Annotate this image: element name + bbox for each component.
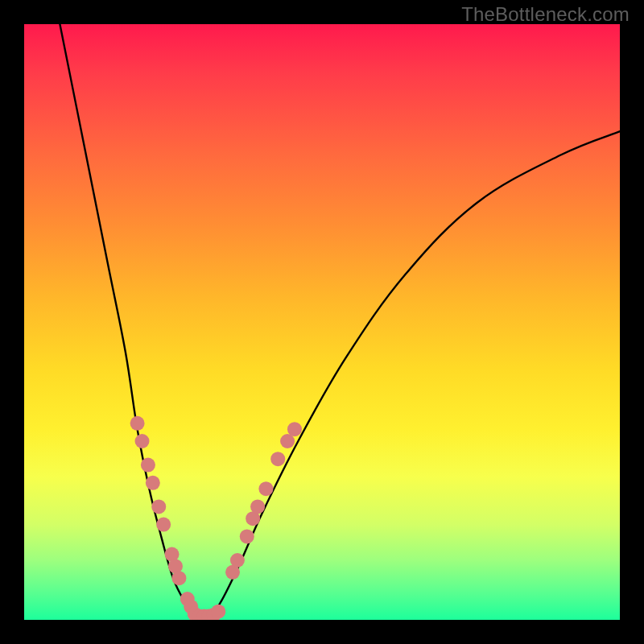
data-marker [230, 553, 245, 568]
data-marker [135, 434, 150, 448]
data-marker [146, 476, 160, 490]
data-marker [270, 452, 285, 466]
data-marker [151, 499, 166, 514]
data-marker [141, 458, 155, 473]
chart-frame: TheBottleneck.com [0, 0, 644, 644]
curve-left-branch [60, 24, 196, 617]
data-marker [130, 416, 145, 431]
curve-right-branch [197, 131, 620, 618]
curve-layer [24, 24, 620, 620]
data-marker [287, 422, 302, 436]
data-marker [258, 481, 273, 496]
watermark-text: TheBottleneck.com [461, 3, 630, 26]
data-marker [156, 518, 171, 532]
data-marker [211, 605, 225, 619]
data-marker [250, 499, 265, 514]
data-marker [171, 571, 186, 585]
plot-area [24, 24, 620, 620]
data-marker [240, 529, 254, 543]
